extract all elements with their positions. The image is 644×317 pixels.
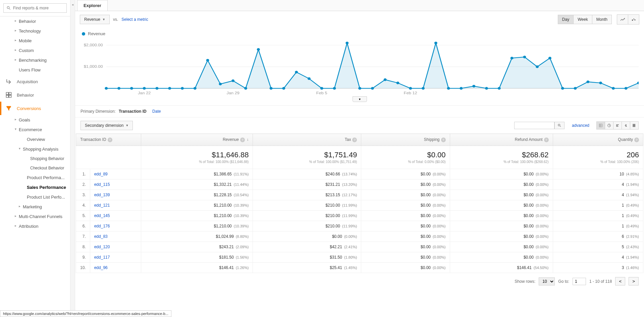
next-page[interactable]: >: [629, 277, 639, 285]
search-icon: [6, 6, 11, 10]
svg-point-30: [333, 87, 336, 90]
help-icon[interactable]: ?: [634, 138, 639, 142]
goto-input[interactable]: [573, 278, 586, 285]
svg-point-31: [345, 42, 348, 44]
select-metric-link[interactable]: Select a metric: [121, 17, 148, 22]
col-revenue[interactable]: Revenue?↓: [141, 134, 253, 146]
secondary-dimension-dropdown[interactable]: Secondary dimension ▼: [80, 121, 133, 130]
svg-rect-69: [634, 124, 635, 127]
svg-point-15: [143, 87, 146, 90]
cell-refund: $0.00(0.00%): [450, 179, 553, 190]
col-refund[interactable]: Refund Amount?: [450, 134, 553, 146]
advanced-link[interactable]: advanced: [572, 123, 589, 128]
transaction-id-link[interactable]: edd_120: [94, 245, 110, 249]
help-icon[interactable]: ?: [240, 138, 245, 142]
nav-shopping-behavior[interactable]: Shopping Behavior: [0, 154, 70, 163]
nav-product-perf[interactable]: Product Performa...: [0, 173, 70, 182]
nav-ecommerce[interactable]: Ecommerce: [0, 125, 70, 135]
chart-collapse-handle[interactable]: ▾: [353, 96, 367, 102]
col-transaction-id[interactable]: Transaction ID?: [76, 134, 141, 146]
help-icon[interactable]: ?: [544, 138, 549, 142]
nav-marketing[interactable]: Marketing: [0, 202, 70, 212]
summary-row: $11,646.88% of Total: 100.00% ($11,646.8…: [76, 146, 643, 169]
dimension-date[interactable]: Date: [152, 109, 161, 114]
chart-view-line[interactable]: [617, 14, 628, 24]
prev-page[interactable]: <: [615, 277, 625, 285]
table-view-data[interactable]: [596, 121, 605, 129]
svg-point-52: [612, 87, 615, 90]
cell-quantity: 1(0.49%): [553, 221, 643, 231]
help-icon[interactable]: ?: [108, 138, 112, 142]
sidebar-collapse[interactable]: ◂: [70, 0, 75, 317]
revenue-chart[interactable]: $1,000.00$2,000.00Jan 22Jan 29Feb 5Feb 1…: [80, 39, 639, 96]
cell-revenue: $1,228.15(10.54%): [141, 190, 253, 200]
nav-technology[interactable]: Technology: [0, 26, 70, 36]
col-shipping[interactable]: Shipping?: [361, 134, 450, 146]
svg-rect-61: [616, 125, 618, 126]
nav-checkout-behavior[interactable]: Checkout Behavior: [0, 163, 70, 173]
nav-acquisition[interactable]: Acquisition: [0, 75, 70, 88]
cell-revenue: $243.21(2.09%): [141, 242, 253, 252]
primary-dimension[interactable]: Transaction ID: [119, 109, 147, 114]
table-view-pivot[interactable]: [630, 121, 639, 129]
nav-attribution[interactable]: Attribution: [0, 221, 70, 231]
cell-shipping: $0.00(0.00%): [361, 252, 450, 263]
row-index: 6.: [76, 221, 90, 231]
pie-icon: [607, 123, 611, 128]
nav-conversions-label: Conversions: [17, 106, 41, 111]
nav-users-flow[interactable]: Users Flow: [0, 65, 70, 75]
cell-tax: $240.66(13.74%): [253, 169, 361, 179]
nav-behavior[interactable]: Behavior: [0, 16, 70, 26]
table-search-input[interactable]: [514, 122, 554, 129]
table-row: 3. edd_139 $1,228.15(10.54%) $213.15(12.…: [76, 190, 643, 200]
nav-benchmarking[interactable]: Benchmarking: [0, 55, 70, 65]
col-quantity[interactable]: Quantity?: [553, 134, 643, 146]
nav-conversions[interactable]: Conversions: [0, 102, 70, 115]
cell-revenue: $1,024.99(8.80%): [141, 231, 253, 242]
nav-mcf[interactable]: Multi-Channel Funnels: [0, 212, 70, 221]
transaction-id-link[interactable]: edd_96: [94, 265, 108, 270]
transaction-id-link[interactable]: edd_121: [94, 203, 110, 208]
row-index: 1.: [76, 169, 90, 179]
table-view-pie[interactable]: [605, 121, 613, 129]
nav-goals[interactable]: Goals: [0, 115, 70, 125]
chart-view-motion[interactable]: [628, 14, 639, 24]
time-week[interactable]: Week: [573, 15, 592, 24]
transaction-id-link[interactable]: edd_83: [94, 234, 108, 239]
svg-rect-60: [616, 124, 619, 125]
row-index: 4.: [76, 200, 90, 211]
svg-text:Feb 12: Feb 12: [404, 91, 417, 95]
table-view-compare[interactable]: [622, 121, 630, 129]
tab-explorer[interactable]: Explorer: [77, 0, 108, 11]
nav-mobile[interactable]: Mobile: [0, 36, 70, 46]
help-icon[interactable]: ?: [352, 138, 357, 142]
nav-sales-perf[interactable]: Sales Performance: [0, 182, 70, 192]
help-icon[interactable]: ?: [441, 138, 446, 142]
nav-overview[interactable]: Overview: [0, 135, 70, 144]
nav-product-list[interactable]: Product List Perfo...: [0, 192, 70, 202]
transaction-id-link[interactable]: edd_176: [94, 224, 110, 228]
transaction-id-link[interactable]: edd_115: [94, 182, 110, 187]
transaction-id-link[interactable]: edd_89: [94, 172, 108, 176]
svg-point-32: [358, 87, 361, 90]
reports-search[interactable]: [3, 3, 67, 13]
nav-custom[interactable]: Custom: [0, 46, 70, 55]
metric-dropdown[interactable]: Revenue ▼: [80, 15, 110, 24]
nav-shopping-analysis[interactable]: Shopping Analysis: [0, 144, 70, 154]
cell-tax: $0.00(0.00%): [253, 231, 361, 242]
transaction-id-link[interactable]: edd_117: [94, 255, 110, 260]
svg-rect-70: [635, 124, 636, 127]
time-day[interactable]: Day: [558, 15, 574, 24]
cell-revenue: $1,210.00(10.39%): [141, 221, 253, 231]
time-month[interactable]: Month: [592, 15, 612, 24]
rows-select[interactable]: 10: [539, 277, 555, 285]
col-tax[interactable]: Tax?: [253, 134, 361, 146]
table-view-bar[interactable]: [613, 121, 622, 129]
transaction-id-link[interactable]: edd_139: [94, 193, 110, 197]
svg-text:$1,000.00: $1,000.00: [84, 64, 103, 69]
svg-point-33: [371, 87, 374, 90]
table-search-button[interactable]: [554, 122, 565, 129]
reports-search-input[interactable]: [13, 6, 64, 10]
transaction-id-link[interactable]: edd_145: [94, 213, 110, 218]
nav-behavior-major[interactable]: Behavior: [0, 88, 70, 102]
